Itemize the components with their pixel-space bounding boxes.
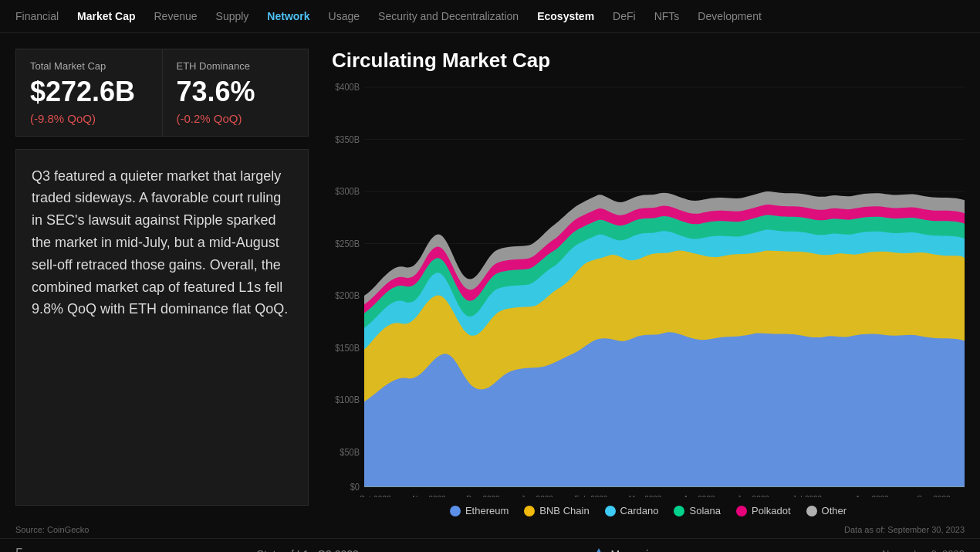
legend-cardano-dot bbox=[605, 506, 616, 516]
legend-ethereum-dot bbox=[450, 506, 461, 516]
svg-text:$150B: $150B bbox=[335, 342, 360, 353]
nav-ecosystem[interactable]: Ecosystem bbox=[537, 10, 594, 22]
svg-text:Feb-2023: Feb-2023 bbox=[575, 493, 608, 497]
top-nav: Financial Market Cap Revenue Supply Netw… bbox=[0, 0, 980, 33]
svg-text:$300B: $300B bbox=[335, 186, 360, 197]
svg-text:$0: $0 bbox=[350, 481, 360, 492]
chart-title: Circulating Market Cap bbox=[332, 49, 965, 73]
svg-text:Jun-2023: Jun-2023 bbox=[737, 493, 769, 497]
eth-dominance-change: (-0.2% QoQ) bbox=[177, 112, 295, 125]
svg-text:$50B: $50B bbox=[340, 446, 360, 457]
svg-text:Nov-2022: Nov-2022 bbox=[412, 493, 445, 497]
legend-solana-dot bbox=[674, 506, 684, 516]
legend-other-label: Other bbox=[822, 505, 847, 516]
legend-solana: Solana bbox=[674, 505, 720, 516]
description-box: Q3 featured a quieter market that largel… bbox=[15, 149, 309, 506]
total-market-cap-label: Total Market Cap bbox=[30, 60, 148, 72]
legend-ethereum: Ethereum bbox=[450, 505, 509, 516]
nav-financial[interactable]: Financial bbox=[15, 10, 59, 22]
footer: 5 State of L1s Q3 2023 Messari November … bbox=[0, 538, 980, 552]
svg-text:$400B: $400B bbox=[335, 82, 360, 93]
legend-ethereum-label: Ethereum bbox=[465, 505, 509, 516]
chart-svg: $400B $350B $300B $250B $200B $150B $100… bbox=[332, 80, 965, 497]
messari-logo: Messari bbox=[592, 547, 648, 553]
footer-page-number: 5 bbox=[15, 546, 23, 552]
svg-text:Dec-2022: Dec-2022 bbox=[466, 493, 499, 497]
source-left: Source: CoinGecko bbox=[15, 525, 89, 534]
svg-text:Aug-2023: Aug-2023 bbox=[855, 493, 888, 497]
legend-polkadot: Polkadot bbox=[736, 505, 791, 516]
legend-other: Other bbox=[806, 505, 847, 516]
legend-solana-label: Solana bbox=[689, 505, 720, 516]
nav-market-cap[interactable]: Market Cap bbox=[77, 10, 135, 22]
main-content: Total Market Cap $272.6B (-9.8% QoQ) ETH… bbox=[0, 33, 980, 521]
legend-bnb-dot bbox=[524, 506, 535, 516]
chart-container: $400B $350B $300B $250B $200B $150B $100… bbox=[332, 80, 965, 497]
footer-report-title: State of L1s Q3 2023 bbox=[257, 548, 359, 553]
chart-legend: Ethereum BNB Chain Cardano Solana Polkad… bbox=[332, 497, 965, 521]
nav-security[interactable]: Security and Decentralization bbox=[378, 10, 519, 22]
nav-usage[interactable]: Usage bbox=[329, 10, 360, 22]
chart-panel: Circulating Market Cap $400B $350B $300B… bbox=[324, 33, 980, 521]
svg-text:Mar-2023: Mar-2023 bbox=[629, 493, 662, 497]
nav-supply[interactable]: Supply bbox=[216, 10, 249, 22]
svg-text:$250B: $250B bbox=[335, 238, 360, 249]
source-bar: Source: CoinGecko Data as of: September … bbox=[0, 521, 980, 538]
legend-other-dot bbox=[806, 506, 817, 516]
legend-bnb-label: BNB Chain bbox=[539, 505, 589, 516]
eth-dominance-box: ETH Dominance 73.6% (-0.2% QoQ) bbox=[162, 49, 309, 137]
legend-polkadot-dot bbox=[736, 506, 747, 516]
metrics-row: Total Market Cap $272.6B (-9.8% QoQ) ETH… bbox=[15, 49, 309, 137]
svg-text:Jul-2023: Jul-2023 bbox=[792, 493, 822, 497]
nav-nfts[interactable]: NFTs bbox=[654, 10, 680, 22]
nav-development[interactable]: Development bbox=[698, 10, 762, 22]
nav-defi[interactable]: DeFi bbox=[613, 10, 636, 22]
footer-date: November 9, 2023 bbox=[882, 548, 965, 552]
total-market-cap-change: (-9.8% QoQ) bbox=[30, 112, 148, 125]
legend-bnb: BNB Chain bbox=[524, 505, 589, 516]
total-market-cap-box: Total Market Cap $272.6B (-9.8% QoQ) bbox=[15, 49, 162, 137]
total-market-cap-value: $272.6B bbox=[30, 76, 148, 107]
eth-dominance-value: 73.6% bbox=[177, 76, 295, 107]
svg-text:$350B: $350B bbox=[335, 134, 360, 144]
eth-dominance-label: ETH Dominance bbox=[177, 60, 295, 72]
svg-text:Jan-2023: Jan-2023 bbox=[521, 493, 553, 497]
svg-marker-30 bbox=[593, 548, 605, 553]
left-panel: Total Market Cap $272.6B (-9.8% QoQ) ETH… bbox=[0, 33, 324, 521]
legend-cardano-label: Cardano bbox=[620, 505, 659, 516]
svg-text:$200B: $200B bbox=[335, 290, 360, 301]
svg-text:$100B: $100B bbox=[335, 395, 360, 405]
messari-label: Messari bbox=[610, 548, 648, 553]
svg-text:Oct-2022: Oct-2022 bbox=[359, 493, 390, 497]
nav-network[interactable]: Network bbox=[267, 10, 309, 22]
source-right: Data as of: September 30, 2023 bbox=[844, 525, 965, 534]
svg-text:Sep-2023: Sep-2023 bbox=[917, 493, 950, 497]
nav-revenue[interactable]: Revenue bbox=[154, 10, 198, 22]
legend-cardano: Cardano bbox=[605, 505, 659, 516]
svg-text:Apr-2023: Apr-2023 bbox=[683, 493, 715, 497]
legend-polkadot-label: Polkadot bbox=[752, 505, 791, 516]
messari-icon bbox=[592, 547, 606, 553]
